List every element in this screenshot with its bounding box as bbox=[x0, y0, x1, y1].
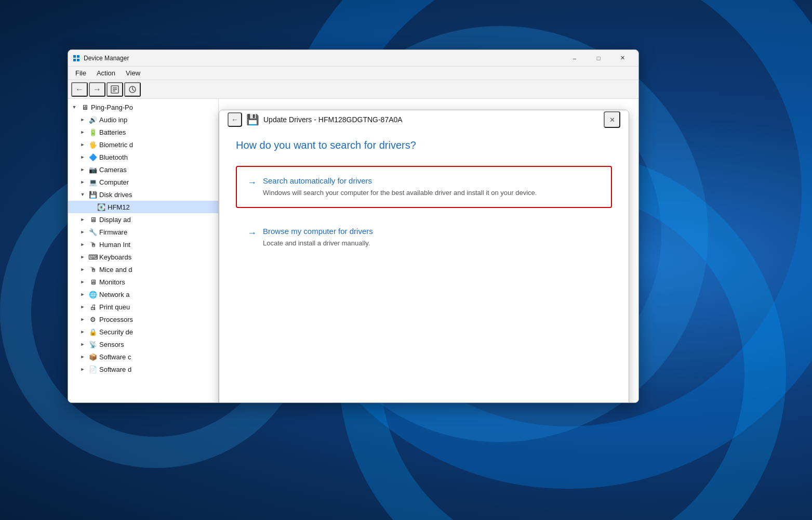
tree-item-sensors[interactable]: ► 📡 Sensors bbox=[68, 338, 218, 350]
browse-desc: Locate and install a driver manually. bbox=[263, 239, 370, 247]
computer-expander[interactable]: ► bbox=[78, 178, 87, 186]
dialog-device-icon: 💾 bbox=[246, 113, 259, 126]
batteries-icon: 🔋 bbox=[88, 127, 98, 137]
keyboards-expander[interactable]: ► bbox=[78, 253, 87, 261]
monitors-expander[interactable]: ► bbox=[78, 278, 87, 286]
menu-view[interactable]: View bbox=[122, 68, 144, 78]
tree-item-mice[interactable]: ► 🖱 Mice and d bbox=[68, 263, 218, 276]
dialog-title-bar: ← 💾 Update Drivers - HFM128GDGTNG-87A0A … bbox=[219, 110, 629, 129]
tree-item-software-d[interactable]: ► 📄 Software d bbox=[68, 363, 218, 375]
minimize-button[interactable]: – bbox=[563, 50, 587, 67]
bluetooth-expander[interactable]: ► bbox=[78, 153, 87, 161]
tree-item-print[interactable]: ► 🖨 Print queu bbox=[68, 301, 218, 313]
biometric-expander[interactable]: ► bbox=[78, 140, 87, 149]
hid-icon: 🖱 bbox=[88, 240, 98, 249]
title-bar: Device Manager – □ ✕ bbox=[68, 50, 638, 67]
hid-label: Human Int bbox=[99, 241, 130, 249]
dialog-back-button[interactable]: ← bbox=[228, 112, 242, 127]
tree-item-monitors[interactable]: ► 🖥 Monitors bbox=[68, 276, 218, 288]
tree-item-cameras[interactable]: ► 📷 Cameras bbox=[68, 163, 218, 176]
computer-tree-icon: 💻 bbox=[88, 177, 98, 187]
menu-file[interactable]: File bbox=[71, 68, 90, 78]
batteries-expander[interactable]: ► bbox=[78, 128, 87, 136]
tree-root[interactable]: ▼ 🖥 Ping-Pang-Po bbox=[68, 101, 218, 113]
tree-item-hid[interactable]: ► 🖱 Human Int bbox=[68, 238, 218, 251]
tree-item-computer[interactable]: ► 💻 Computer bbox=[68, 176, 218, 188]
auto-search-content: Search automatically for drivers Windows… bbox=[263, 176, 537, 198]
keyboards-label: Keyboards bbox=[99, 253, 131, 261]
audio-expander[interactable]: ► bbox=[78, 115, 87, 124]
app-icon bbox=[72, 54, 81, 62]
processors-label: Processors bbox=[99, 316, 133, 323]
processors-expander[interactable]: ► bbox=[78, 315, 87, 323]
display-icon: 🖥 bbox=[88, 215, 98, 224]
network-label: Network a bbox=[99, 291, 130, 298]
auto-search-arrow: → bbox=[247, 177, 257, 188]
tree-item-biometric[interactable]: ► 🖐 Biometric d bbox=[68, 138, 218, 151]
print-icon: 🖨 bbox=[88, 302, 98, 311]
tree-item-disk[interactable]: ▼ 💾 Disk drives bbox=[68, 188, 218, 201]
hfm-icon: 💽 bbox=[97, 202, 106, 212]
tree-item-bluetooth[interactable]: ► 🔷 Bluetooth bbox=[68, 151, 218, 163]
root-expander[interactable]: ▼ bbox=[70, 103, 78, 111]
network-icon: 🌐 bbox=[88, 290, 98, 299]
processors-icon: ⚙ bbox=[88, 315, 98, 324]
print-expander[interactable]: ► bbox=[78, 303, 87, 311]
audio-label: Audio inp bbox=[99, 116, 127, 124]
auto-search-desc: Windows will search your computer for th… bbox=[263, 189, 537, 197]
disk-expander[interactable]: ▼ bbox=[78, 190, 87, 199]
firmware-label: Firmware bbox=[99, 228, 127, 236]
network-expander[interactable]: ► bbox=[78, 290, 87, 298]
software-c-icon: 📦 bbox=[88, 352, 98, 361]
computer-label: Computer bbox=[99, 178, 129, 186]
software-d-expander[interactable]: ► bbox=[78, 365, 87, 373]
svg-rect-0 bbox=[73, 55, 76, 58]
disk-icon: 💾 bbox=[88, 190, 98, 199]
maximize-button[interactable]: □ bbox=[587, 50, 610, 67]
tree-item-network[interactable]: ► 🌐 Network a bbox=[68, 288, 218, 301]
monitors-label: Monitors bbox=[99, 278, 125, 286]
dialog-title: Update Drivers - HFM128GDGTNG-87A0A bbox=[263, 115, 403, 124]
bluetooth-label: Bluetooth bbox=[99, 153, 128, 161]
tree-item-security[interactable]: ► 🔒 Security de bbox=[68, 326, 218, 338]
firmware-expander[interactable]: ► bbox=[78, 228, 87, 236]
root-label: Ping-Pang-Po bbox=[91, 103, 133, 111]
keyboards-icon: ⌨ bbox=[88, 252, 98, 262]
menu-action[interactable]: Action bbox=[92, 68, 119, 78]
browse-option[interactable]: → Browse my computer for drivers Locate … bbox=[236, 216, 612, 258]
update-driver-button[interactable] bbox=[124, 82, 141, 97]
tree-item-firmware[interactable]: ► 🔧 Firmware bbox=[68, 226, 218, 238]
browse-title: Browse my computer for drivers bbox=[263, 227, 373, 236]
audio-icon: 🔊 bbox=[88, 115, 98, 124]
software-c-label: Software c bbox=[99, 353, 131, 361]
tree-item-batteries[interactable]: ► 🔋 Batteries bbox=[68, 126, 218, 138]
mice-expander[interactable]: ► bbox=[78, 265, 87, 274]
hfm-expander bbox=[87, 203, 95, 211]
tree-item-hfm[interactable]: 💽 HFM12 bbox=[68, 201, 218, 213]
cameras-expander[interactable]: ► bbox=[78, 165, 87, 174]
hid-expander[interactable]: ► bbox=[78, 240, 87, 249]
monitors-icon: 🖥 bbox=[88, 277, 98, 287]
browse-content: Browse my computer for drivers Locate an… bbox=[263, 227, 373, 248]
tree-item-keyboards[interactable]: ► ⌨ Keyboards bbox=[68, 251, 218, 263]
sensors-expander[interactable]: ► bbox=[78, 340, 87, 348]
show-properties-button[interactable] bbox=[107, 82, 123, 97]
back-button[interactable]: ← bbox=[71, 82, 88, 97]
security-expander[interactable]: ► bbox=[78, 328, 87, 336]
tree-item-software-c[interactable]: ► 📦 Software c bbox=[68, 350, 218, 363]
sensors-label: Sensors bbox=[99, 341, 124, 348]
tree-item-audio[interactable]: ► 🔊 Audio inp bbox=[68, 113, 218, 126]
window-controls: – □ ✕ bbox=[563, 50, 634, 67]
auto-search-option[interactable]: → Search automatically for drivers Windo… bbox=[236, 166, 612, 208]
computer-icon: 🖥 bbox=[80, 102, 89, 112]
software-d-label: Software d bbox=[99, 366, 131, 373]
dialog-close-button[interactable]: ✕ bbox=[604, 111, 620, 128]
forward-button[interactable]: → bbox=[89, 82, 105, 97]
software-c-expander[interactable]: ► bbox=[78, 353, 87, 361]
tree-item-processors[interactable]: ► ⚙ Processors bbox=[68, 313, 218, 326]
close-button[interactable]: ✕ bbox=[610, 50, 634, 67]
tree-item-display[interactable]: ► 🖥 Display ad bbox=[68, 213, 218, 226]
mice-label: Mice and d bbox=[99, 266, 132, 274]
tree-panel[interactable]: ▼ 🖥 Ping-Pang-Po ► 🔊 Audio inp ► 🔋 Batte… bbox=[68, 99, 219, 402]
display-expander[interactable]: ► bbox=[78, 215, 87, 224]
